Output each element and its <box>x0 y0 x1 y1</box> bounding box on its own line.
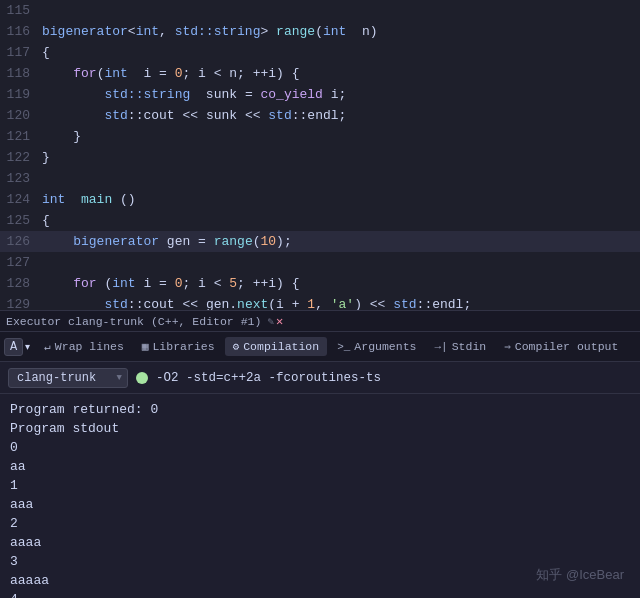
compiler-output-icon: ⇒ <box>504 340 511 353</box>
edit-icon[interactable]: ✎ <box>267 315 274 328</box>
tabs-row: A ▾ ↵ Wrap lines ▦ Libraries ⚙ Compilati… <box>0 332 640 362</box>
arguments-icon: >_ <box>337 341 350 353</box>
output-line-aaa: aaa <box>10 495 630 514</box>
output-line-0: 0 <box>10 438 630 457</box>
output-stdout-label: Program stdout <box>10 419 630 438</box>
output-line-2: 2 <box>10 514 630 533</box>
compiler-options-row: clang-trunk -O2 -std=c++2a -fcoroutines-… <box>0 362 640 394</box>
tab-stdin[interactable]: →| Stdin <box>426 337 494 356</box>
code-line-120: 120 std::cout << sunk << std::endl; <box>0 105 640 126</box>
font-size-button[interactable]: A <box>4 338 23 356</box>
close-icon[interactable]: ✕ <box>276 314 283 329</box>
code-line-127: 127 <box>0 252 640 273</box>
compiler-flags: -O2 -std=c++2a -fcoroutines-ts <box>156 371 381 385</box>
font-size-control: A ▾ <box>4 338 30 356</box>
code-editor: 115 116 bigenerator<int, std::string> ra… <box>0 0 640 310</box>
tab-wrap-lines[interactable]: ↵ Wrap lines <box>36 337 132 356</box>
tab-compiler-output[interactable]: ⇒ Compiler output <box>496 337 626 356</box>
output-line-aaaa: aaaa <box>10 533 630 552</box>
output-line-1: 1 <box>10 476 630 495</box>
font-size-arrow[interactable]: ▾ <box>25 341 30 352</box>
output-area: Program returned: 0 Program stdout 0 aa … <box>0 394 640 598</box>
executor-title: Executor clang-trunk (C++, Editor #1) <box>6 315 261 328</box>
code-line-126: 126 bigenerator gen = range(10); <box>0 231 640 252</box>
code-line-117: 117 { <box>0 42 640 63</box>
output-status: Program returned: 0 <box>10 400 630 419</box>
tab-arguments[interactable]: >_ Arguments <box>329 337 424 356</box>
tab-compilation[interactable]: ⚙ Compilation <box>225 337 328 356</box>
output-line-aaaaa: aaaaa <box>10 571 630 590</box>
compiler-select-wrapper: clang-trunk <box>8 368 128 388</box>
status-indicator <box>136 372 148 384</box>
wrap-icon: ↵ <box>44 340 51 353</box>
code-line-115: 115 <box>0 0 640 21</box>
libraries-icon: ▦ <box>142 340 149 353</box>
compilation-icon: ⚙ <box>233 340 240 353</box>
code-line-123: 123 <box>0 168 640 189</box>
code-line-116: 116 bigenerator<int, std::string> range(… <box>0 21 640 42</box>
code-line-118: 118 for(int i = 0; i < n; ++i) { <box>0 63 640 84</box>
code-line-129: 129 std::cout << gen.next(i + 1, 'a') <<… <box>0 294 640 310</box>
tab-libraries[interactable]: ▦ Libraries <box>134 337 223 356</box>
compiler-select[interactable]: clang-trunk <box>8 368 128 388</box>
code-line-128: 128 for (int i = 0; i < 5; ++i) { <box>0 273 640 294</box>
code-line-121: 121 } <box>0 126 640 147</box>
code-line-125: 125 { <box>0 210 640 231</box>
code-line-122: 122 } <box>0 147 640 168</box>
code-line-119: 119 std::string sunk = co_yield i; <box>0 84 640 105</box>
executor-bar: Executor clang-trunk (C++, Editor #1) ✎ … <box>0 310 640 332</box>
output-line-4: 4 <box>10 590 630 598</box>
stdin-icon: →| <box>434 341 447 353</box>
output-line-aa: aa <box>10 457 630 476</box>
output-line-3: 3 <box>10 552 630 571</box>
code-line-124: 124 int main () <box>0 189 640 210</box>
